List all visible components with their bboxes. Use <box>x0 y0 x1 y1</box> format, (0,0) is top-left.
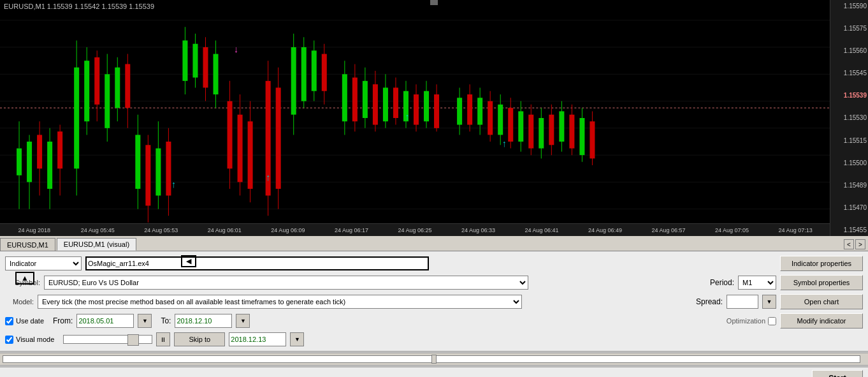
indicator-name-input[interactable] <box>85 256 429 270</box>
symbol-right-controls: Period: M1M5M15H1H4D1 Symbol properties <box>710 275 863 290</box>
svg-rect-73 <box>373 84 378 124</box>
price-2: 1.15575 <box>832 25 867 32</box>
tab-eurusd-m1-visual[interactable]: EURUSD,M1 (visual) <box>57 238 136 251</box>
svg-rect-27 <box>105 74 110 128</box>
modify-indicator-button[interactable]: Modify indicator <box>780 313 863 329</box>
symbol-select[interactable]: EURUSD; Euro Vs US Dollar <box>44 276 528 290</box>
svg-rect-15 <box>37 135 42 168</box>
time-3: 24 Aug 05:53 <box>129 227 193 233</box>
bottom-bar: Start <box>0 367 868 377</box>
svg-rect-65 <box>322 54 327 91</box>
tab-navigation: < > <box>844 239 865 249</box>
skip-to-date-input[interactable] <box>229 332 286 346</box>
indicator-properties-button[interactable]: Indicator properties <box>780 256 863 271</box>
to-date-btn[interactable]: ▼ <box>236 314 250 328</box>
svg-rect-81 <box>414 94 419 125</box>
svg-rect-113 <box>590 121 595 158</box>
svg-rect-107 <box>559 111 564 142</box>
row-type-indicator: Indicator Expert Advisor Script ◀ ▲ Indi… <box>0 254 868 273</box>
from-date-btn[interactable]: ▼ <box>138 314 152 328</box>
svg-rect-57 <box>276 87 281 189</box>
svg-rect-103 <box>539 118 544 149</box>
row-model: Model: Every tick (the most precise meth… <box>0 292 868 311</box>
svg-rect-93 <box>488 101 493 135</box>
start-button[interactable]: Start <box>812 370 863 378</box>
price-8: 1.15489 <box>832 182 867 189</box>
pause-button[interactable]: ⏸ <box>156 332 170 346</box>
dates-right-controls: Optimization Modify indicator <box>727 313 863 329</box>
period-select[interactable]: M1M5M15H1H4D1 <box>738 276 776 290</box>
period-label: Period: <box>710 278 734 287</box>
svg-rect-63 <box>312 50 317 91</box>
svg-text:↑: ↑ <box>171 179 176 189</box>
use-date-checkbox[interactable] <box>5 317 13 325</box>
time-axis: 24 Aug 2018 24 Aug 05:45 24 Aug 05:53 24… <box>0 223 830 236</box>
progress-bar-area <box>0 353 868 366</box>
symbol-properties-button[interactable]: Symbol properties <box>780 275 863 290</box>
svg-rect-35 <box>145 145 150 205</box>
time-5: 24 Aug 06:09 <box>256 227 320 233</box>
svg-rect-41 <box>182 40 187 80</box>
time-8: 24 Aug 06:33 <box>447 227 510 233</box>
spread-dropdown[interactable]: ▼ <box>762 295 776 309</box>
use-date-label[interactable]: Use date <box>5 317 44 325</box>
slider-track[interactable] <box>63 335 152 344</box>
slider-thumb[interactable] <box>127 334 139 346</box>
spread-label: Spread: <box>696 297 723 306</box>
type-select[interactable]: Indicator Expert Advisor Script <box>5 256 82 270</box>
svg-rect-19 <box>57 131 62 168</box>
to-date-input[interactable] <box>175 314 232 328</box>
svg-rect-25 <box>94 57 99 105</box>
candlestick-chart: ↑ ↑ ↑ ↑ ↓ <box>0 0 830 236</box>
svg-rect-39 <box>166 142 171 196</box>
svg-rect-89 <box>467 94 472 125</box>
optimization-label[interactable]: Optimization <box>727 317 776 325</box>
tab-nav-right[interactable]: > <box>855 239 865 249</box>
svg-rect-83 <box>424 91 429 122</box>
svg-rect-67 <box>342 74 347 121</box>
row-symbol: Symbol: EURUSD; Euro Vs US Dollar Period… <box>0 273 868 292</box>
price-10: 1.15455 <box>832 226 867 233</box>
row-visual: Visual mode ⏸ Skip to ▼ <box>0 330 868 348</box>
svg-rect-75 <box>383 87 388 121</box>
from-label: From: <box>53 316 73 325</box>
visual-mode-checkbox[interactable] <box>5 336 13 344</box>
svg-rect-101 <box>528 115 533 149</box>
time-2: 24 Aug 05:45 <box>66 227 130 233</box>
svg-text:↑: ↑ <box>266 172 270 182</box>
open-chart-button[interactable]: Open chart <box>780 294 863 309</box>
svg-rect-31 <box>125 64 130 108</box>
price-5: 1.15530 <box>832 114 867 121</box>
svg-rect-10 <box>17 149 22 175</box>
svg-rect-33 <box>135 135 140 189</box>
time-11: 24 Aug 06:57 <box>637 227 700 233</box>
row-dates: Use date From: ▼ To: ▼ Optimization Modi… <box>0 311 868 330</box>
price-6: 1.15515 <box>832 137 867 144</box>
progress-track[interactable] <box>3 355 860 363</box>
symbol-label: Symbol: <box>5 279 40 286</box>
model-label: Model: <box>5 298 34 306</box>
from-date-input[interactable] <box>76 314 134 328</box>
svg-rect-109 <box>569 115 574 149</box>
svg-rect-111 <box>579 118 584 155</box>
svg-rect-21 <box>74 68 79 169</box>
skip-to-date-btn[interactable]: ▼ <box>290 332 304 346</box>
skip-to-button[interactable]: Skip to <box>174 332 225 346</box>
spread-input[interactable] <box>727 295 758 309</box>
tab-nav-left[interactable]: < <box>844 239 854 249</box>
scroll-indicator[interactable] <box>430 0 438 5</box>
price-4: 1.15545 <box>832 70 867 77</box>
time-6: 24 Aug 06:17 <box>320 227 384 233</box>
progress-thumb[interactable] <box>431 355 437 364</box>
tab-eurusd-m1[interactable]: EURUSD,M1 <box>0 238 55 251</box>
svg-text:↑: ↑ <box>405 112 409 122</box>
model-select[interactable]: Every tick (the most precise method base… <box>38 295 522 309</box>
optimization-checkbox[interactable] <box>768 317 776 325</box>
time-9: 24 Aug 06:41 <box>510 227 574 233</box>
current-price: 1.15539 <box>832 92 867 99</box>
svg-rect-95 <box>498 105 503 135</box>
svg-text:↓: ↓ <box>234 44 238 54</box>
svg-rect-69 <box>352 78 358 122</box>
svg-rect-29 <box>115 68 120 108</box>
visual-mode-label[interactable]: Visual mode <box>5 336 54 344</box>
